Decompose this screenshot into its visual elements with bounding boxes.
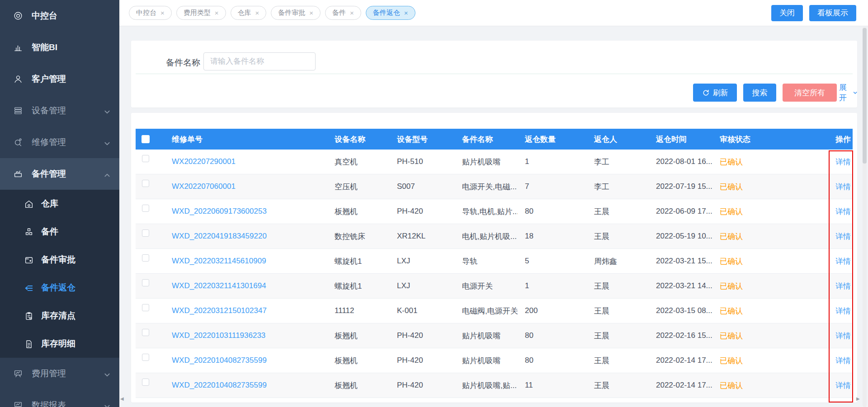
tag-console[interactable]: 中控台×	[129, 6, 172, 20]
status-badge: 已确认	[712, 231, 818, 242]
detail-link[interactable]: 详情	[835, 158, 851, 166]
clear-all-button[interactable]: 清空所有	[783, 84, 837, 102]
device-model: PH-420	[390, 381, 455, 390]
return-time: 2022-06-09 17...	[649, 207, 712, 216]
vertical-scrollbar[interactable]	[863, 27, 867, 407]
detail-link[interactable]: 详情	[835, 332, 851, 340]
warehouse-icon	[24, 199, 33, 209]
return-qty: 80	[518, 207, 587, 216]
sidebar-item-bi[interactable]: 智能BI	[0, 32, 119, 63]
row-checkbox[interactable]	[142, 155, 149, 162]
sidebar-item-repair[interactable]: 维修管理	[0, 126, 119, 158]
sidebar-item-console[interactable]: 中控台	[0, 0, 119, 32]
sidebar-submenu-parts: 仓库 备件 备件审批 备件返仓 库存清点 库存明细	[0, 190, 119, 358]
row-checkbox[interactable]	[142, 229, 149, 237]
column-header: 审核状态	[712, 134, 818, 145]
order-number-link[interactable]: WXD_20220312150102347	[165, 306, 327, 315]
row-checkbox[interactable]	[142, 180, 149, 187]
detail-link[interactable]: 详情	[835, 257, 851, 266]
row-checkbox[interactable]	[142, 279, 149, 286]
row-checkbox[interactable]	[142, 354, 149, 361]
tag-parts-approval[interactable]: 备件审批×	[271, 6, 321, 20]
close-icon[interactable]: ×	[309, 9, 313, 16]
sidebar-item-devices[interactable]: 设备管理	[0, 95, 119, 126]
close-icon[interactable]: ×	[350, 9, 354, 16]
status-badge: 已确认	[712, 157, 818, 167]
sidebar-item-customers[interactable]: 客户管理	[0, 63, 119, 95]
chevron-down-icon	[104, 370, 110, 377]
order-number-link[interactable]: WXD_20220321145610909	[165, 257, 327, 266]
expand-toggle[interactable]: 展开	[839, 84, 857, 102]
sidebar-item-parts-management[interactable]: 备件管理	[0, 158, 119, 190]
tag-label: 中控台	[136, 9, 156, 17]
tag-expense-type[interactable]: 费用类型×	[176, 6, 226, 20]
row-checkbox[interactable]	[142, 379, 149, 386]
select-all-checkbox[interactable]	[142, 135, 150, 143]
tag-parts[interactable]: 备件×	[325, 6, 361, 20]
sidebar-item-warehouse[interactable]: 仓库	[0, 190, 119, 218]
sidebar-item-parts[interactable]: 备件	[0, 218, 119, 246]
part-name-input[interactable]	[203, 52, 316, 70]
search-button[interactable]: 搜索	[743, 84, 776, 102]
row-checkbox[interactable]	[142, 254, 149, 262]
chevron-up-icon	[104, 171, 110, 177]
row-checkbox[interactable]	[142, 329, 149, 336]
order-number-link[interactable]: WXD_20220104082735599	[165, 381, 327, 390]
toolbox-icon	[13, 169, 23, 179]
sidebar-item-label: 库存明细	[41, 338, 75, 350]
detail-link[interactable]: 详情	[835, 282, 851, 290]
order-number-link[interactable]: WXD_20220321141301694	[165, 281, 327, 290]
chevron-down-icon	[104, 139, 110, 145]
detail-link[interactable]: 详情	[835, 182, 851, 191]
sidebar-item-parts-approval[interactable]: 备件审批	[0, 246, 119, 274]
sidebar-item-report[interactable]: 数据报表	[0, 389, 119, 407]
refresh-button[interactable]: 刷新	[693, 84, 737, 102]
tag-warehouse[interactable]: 仓库×	[231, 6, 267, 20]
close-icon[interactable]: ×	[160, 9, 165, 16]
status-badge: 已确认	[712, 380, 818, 391]
scrollbar-thumb[interactable]	[863, 28, 867, 164]
table-row: WXD_20220321141301694 螺旋机1 LXJ 电源开关 1 王晨…	[136, 274, 853, 299]
device-name: 板翘机	[327, 380, 390, 391]
return-person: 王晨	[587, 206, 649, 217]
row-checkbox[interactable]	[142, 304, 149, 311]
return-qty: 7	[518, 182, 587, 191]
device-model: PH-510	[390, 157, 455, 166]
divider	[136, 74, 853, 74]
order-number-link[interactable]: WXD_20220104082735599	[165, 356, 327, 365]
table-row: WXD_20220609173600253 板翘机 PH-420 导轨,电机,贴…	[136, 199, 853, 224]
table-row: WX202207060001 空压机 S007 电源开关,电磁... 7 李工 …	[136, 174, 853, 199]
board-display-button[interactable]: 看板展示	[809, 5, 856, 21]
scroll-right-arrow-icon[interactable]: ▶	[856, 396, 860, 401]
order-number-link[interactable]: WX202207290001	[165, 157, 327, 166]
return-person: 王晨	[587, 306, 649, 316]
detail-link[interactable]: 详情	[835, 232, 851, 241]
return-time: 2022-05-19 10...	[649, 232, 712, 241]
close-icon[interactable]: ×	[255, 9, 259, 16]
detail-link[interactable]: 详情	[835, 356, 851, 365]
detail-link[interactable]: 详情	[835, 381, 851, 390]
table-row: WXD_20220321145610909 螺旋机1 LXJ 导轨 5 周炜鑫 …	[136, 249, 853, 274]
table-row: WXD_20220103111936233 板翘机 PH-420 贴片机吸嘴 8…	[136, 323, 853, 348]
sidebar-item-inventory-detail[interactable]: 库存明细	[0, 330, 119, 358]
row-checkbox[interactable]	[142, 205, 149, 212]
close-button[interactable]: 关闭	[771, 5, 803, 21]
bar-chart-icon	[13, 42, 23, 52]
order-number-link[interactable]: WXD_20220419183459220	[165, 232, 327, 241]
scroll-left-arrow-icon[interactable]: ◀	[120, 396, 124, 401]
return-time: 2022-03-15 08...	[649, 306, 712, 315]
close-icon[interactable]: ×	[404, 9, 408, 16]
sidebar-item-expense[interactable]: 费用管理	[0, 358, 119, 389]
order-number-link[interactable]: WXD_20220609173600253	[165, 207, 327, 216]
detail-link[interactable]: 详情	[835, 207, 851, 216]
parts-return-table: 维修单号 设备名称 设备型号 备件名称 返仓数量 返仓人 返仓时间 审核状态 操…	[136, 129, 853, 398]
sidebar-item-inventory-check[interactable]: 库存清点	[0, 302, 119, 330]
detail-link[interactable]: 详情	[835, 307, 851, 315]
sidebar-item-parts-return[interactable]: 备件返仓	[0, 274, 119, 302]
order-number-link[interactable]: WX202207060001	[165, 182, 327, 191]
close-icon[interactable]: ×	[215, 9, 219, 16]
part-name: 贴片机吸嘴,贴...	[455, 380, 518, 391]
tag-parts-return[interactable]: 备件返仓×	[366, 6, 415, 20]
order-number-link[interactable]: WXD_20220103111936233	[165, 331, 327, 340]
column-header: 返仓人	[587, 134, 649, 145]
